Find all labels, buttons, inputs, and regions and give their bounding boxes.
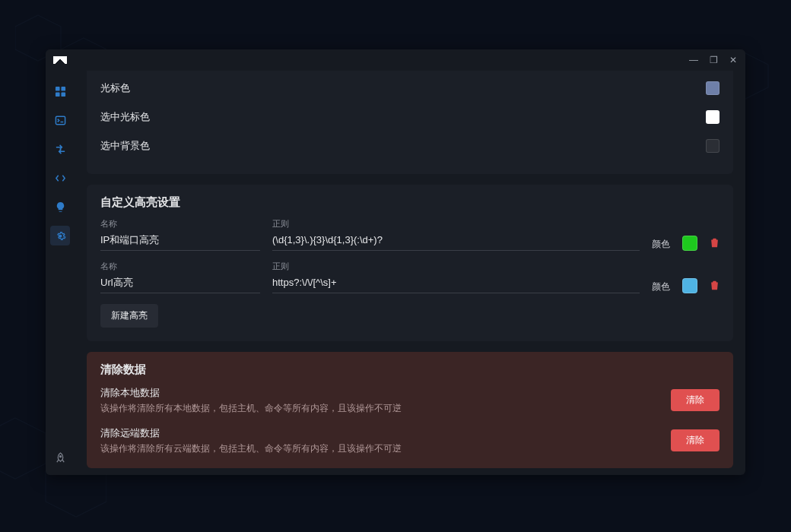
maximize-button[interactable]: ❐: [709, 55, 718, 65]
grid-icon: [55, 86, 66, 97]
sidebar-item-settings[interactable]: [50, 226, 70, 245]
clear-remote-desc: 该操作将清除所有云端数据，包括主机、命令等所有内容，且该操作不可逆: [100, 443, 402, 454]
svg-rect-4: [56, 116, 65, 124]
color-label: 光标色: [100, 81, 130, 95]
clear-remote-button[interactable]: 清除: [671, 429, 720, 451]
app-window: — ❐ ✕: [46, 49, 745, 475]
clear-remote-heading: 清除远端数据: [100, 426, 402, 440]
color-row-cursor: 光标色: [100, 74, 720, 103]
color-row-selected-bg: 选中背景色: [100, 131, 720, 160]
color-swatch-cursor[interactable]: [706, 81, 720, 95]
highlight-settings-card: 自定义高亮设置 名称 正则 颜色: [87, 185, 733, 341]
field-label-name: 名称: [100, 219, 260, 230]
color-row-selected-cursor: 选中光标色: [100, 103, 720, 131]
app-logo-icon: [53, 56, 67, 64]
highlight-section-title: 自定义高亮设置: [100, 195, 720, 210]
clear-local-desc: 该操作将清除所有本地数据，包括主机、命令等所有内容，且该操作不可逆: [100, 403, 402, 414]
color-field-label: 颜色: [652, 280, 670, 293]
color-settings-card: 光标色 选中光标色 选中背景色: [87, 71, 733, 174]
content-area: 光标色 选中光标色 选中背景色 自定义高亮设置 名称: [75, 71, 745, 475]
window-controls: — ❐ ✕: [689, 55, 738, 65]
highlight-color-swatch[interactable]: [682, 236, 697, 251]
highlight-name-input[interactable]: [100, 274, 260, 293]
color-swatch-selected-cursor[interactable]: [706, 110, 720, 124]
close-button[interactable]: ✕: [729, 55, 738, 65]
svg-rect-3: [61, 92, 65, 97]
clear-local-heading: 清除本地数据: [100, 386, 402, 400]
rocket-icon: [55, 452, 66, 464]
clear-remote-row: 清除远端数据 该操作将清除所有云端数据，包括主机、命令等所有内容，且该操作不可逆…: [100, 426, 720, 454]
highlight-row: 名称 正则 颜色: [100, 219, 720, 251]
delete-highlight-button[interactable]: [710, 237, 720, 251]
gear-icon: [55, 230, 66, 242]
bulb-icon: [55, 201, 66, 213]
minimize-button[interactable]: —: [689, 55, 698, 65]
field-label-name: 名称: [100, 261, 260, 272]
svg-rect-0: [55, 86, 59, 90]
terminal-icon: [55, 115, 66, 126]
delete-highlight-button[interactable]: [710, 280, 720, 293]
svg-point-5: [59, 455, 61, 457]
sidebar-item-terminal[interactable]: [50, 110, 70, 130]
color-label: 选中背景色: [100, 139, 150, 153]
sidebar-item-tips[interactable]: [50, 197, 70, 217]
color-label: 选中光标色: [100, 110, 150, 124]
svg-rect-1: [61, 86, 65, 90]
field-label-regex: 正则: [272, 219, 640, 230]
clear-local-button[interactable]: 清除: [671, 389, 720, 411]
sidebar-item-code[interactable]: [50, 168, 70, 188]
highlight-name-input[interactable]: [100, 231, 260, 251]
transfer-icon: [55, 144, 66, 155]
clear-local-row: 清除本地数据 该操作将清除所有本地数据，包括主机、命令等所有内容，且该操作不可逆…: [100, 386, 720, 414]
sidebar-item-transfer[interactable]: [50, 139, 70, 159]
titlebar: — ❐ ✕: [46, 49, 745, 71]
new-highlight-button[interactable]: 新建高亮: [100, 304, 158, 328]
clear-section-title: 清除数据: [100, 363, 720, 377]
code-icon: [55, 173, 66, 184]
sidebar-item-dashboard[interactable]: [50, 81, 70, 101]
highlight-regex-input[interactable]: [272, 231, 640, 251]
field-label-regex: 正则: [272, 261, 640, 272]
sidebar: [46, 71, 75, 475]
trash-icon: [710, 237, 720, 248]
clear-data-card: 清除数据 清除本地数据 该操作将清除所有本地数据，包括主机、命令等所有内容，且该…: [87, 352, 733, 468]
color-swatch-selected-bg[interactable]: [706, 139, 720, 153]
highlight-color-swatch[interactable]: [682, 278, 697, 293]
highlight-row: 名称 正则 颜色: [100, 261, 720, 293]
color-field-label: 颜色: [652, 238, 670, 251]
svg-rect-2: [55, 92, 59, 97]
highlight-regex-input[interactable]: [272, 274, 640, 293]
trash-icon: [710, 280, 720, 290]
sidebar-item-rocket[interactable]: [50, 448, 70, 467]
